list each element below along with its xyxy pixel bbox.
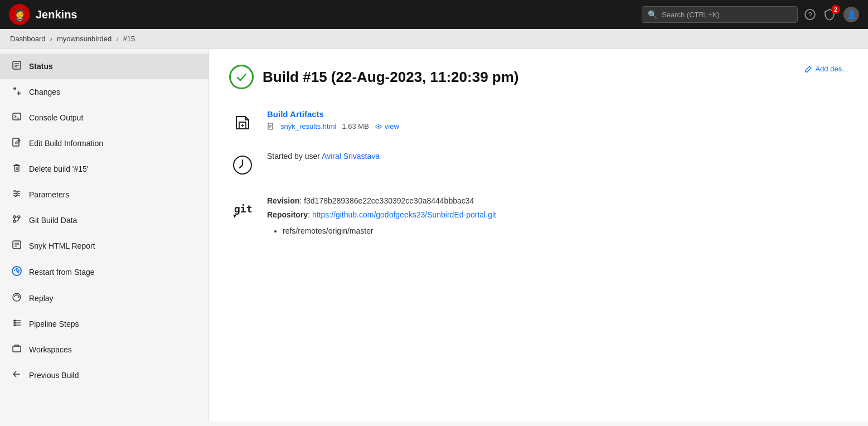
svg-point-20: [13, 220, 16, 222]
sidebar-item-snyk[interactable]: Snyk HTML Report: [0, 233, 208, 259]
sidebar-item-pipeline-steps[interactable]: Pipeline Steps: [0, 311, 208, 337]
restart-icon: [11, 265, 22, 279]
sidebar-item-delete-build[interactable]: Delete build '#15': [0, 156, 208, 182]
add-description-label: Add des...: [815, 65, 848, 73]
edit-icon: [11, 137, 22, 149]
sidebar-item-edit-build[interactable]: Edit Build Information: [0, 130, 208, 156]
sidebar-item-replay[interactable]: Replay: [0, 285, 208, 311]
started-icon: [229, 152, 256, 178]
console-icon: [11, 112, 22, 124]
started-section: Started by user Aviral Srivastava: [229, 152, 848, 178]
sidebar-label-console: Console Output: [29, 113, 83, 122]
svg-point-16: [17, 193, 18, 195]
svg-text:?: ?: [808, 11, 812, 19]
jenkins-logo-icon: 🤵: [9, 4, 30, 25]
changes-icon: [11, 86, 22, 98]
artifacts-section: Build Artifacts snyk_results.html 1.63 M…: [229, 109, 848, 136]
help-icon[interactable]: ?: [804, 9, 816, 20]
ref-list: refs/remotes/origin/master: [283, 224, 848, 238]
sidebar-item-status[interactable]: Status: [0, 54, 208, 79]
workspaces-icon: [11, 343, 22, 356]
svg-rect-9: [14, 166, 19, 171]
repo-link[interactable]: https://github.com/godofgeeks23/SunbirdE…: [312, 210, 496, 219]
sidebar-label-parameters: Parameters: [29, 190, 69, 199]
search-bar[interactable]: 🔍 Search (CTRL+K): [642, 6, 798, 23]
sidebar-label-changes: Changes: [29, 88, 60, 96]
svg-point-15: [14, 191, 16, 192]
artifacts-content: Build Artifacts snyk_results.html 1.63 M…: [267, 109, 848, 130]
sidebar-item-git-build[interactable]: Git Build Data: [0, 207, 208, 233]
sidebar-label-replay: Replay: [29, 294, 54, 303]
parameters-icon: [11, 188, 22, 201]
sidebar-item-parameters[interactable]: Parameters: [0, 182, 208, 207]
artifact-size: 1.63 MB: [342, 122, 368, 130]
sidebar-item-previous-build[interactable]: Previous Build: [0, 362, 208, 388]
delete-icon: [11, 163, 22, 175]
sidebar-item-workspaces[interactable]: Workspaces: [0, 337, 208, 362]
file-icon: [267, 123, 275, 130]
git-section-icon: git: [229, 194, 256, 221]
build-title: Build #15 (22-Aug-2023, 11:20:39 pm): [263, 69, 519, 86]
breadcrumb-project[interactable]: myownsunbirded: [57, 35, 111, 43]
artifact-row: snyk_results.html 1.63 MB view: [267, 122, 848, 130]
sidebar-label-status: Status: [29, 62, 53, 71]
sidebar-label-pipeline: Pipeline Steps: [29, 320, 79, 328]
breadcrumb: Dashboard › myownsunbirded › #15: [0, 29, 868, 49]
breadcrumb-current: #15: [123, 35, 135, 43]
sidebar-label-delete: Delete build '#15': [29, 164, 89, 173]
git-section: git Revision: f3d178b289386e22ce330392ce…: [229, 194, 848, 239]
artifacts-icon: [229, 109, 256, 136]
svg-text:git: git: [234, 203, 253, 215]
breadcrumb-sep-1: ›: [50, 35, 52, 43]
search-placeholder: Search (CTRL+K): [662, 11, 720, 19]
sidebar-label-restart: Restart from Stage: [29, 268, 95, 277]
header-icons: ? 2 👤: [804, 7, 859, 22]
security-alerts-icon[interactable]: 2: [823, 8, 836, 21]
git-content: Revision: f3d178b289386e22ce330392ce30a8…: [267, 194, 848, 239]
breadcrumb-sep-2: ›: [116, 35, 118, 43]
replay-icon: [11, 292, 22, 304]
revision-label: Revision: [267, 196, 299, 205]
artifact-view-link[interactable]: view: [375, 122, 399, 130]
sidebar: Status Changes Console Ou: [0, 49, 209, 422]
svg-rect-35: [13, 346, 21, 352]
sidebar-item-changes[interactable]: Changes: [0, 79, 208, 105]
started-content: Started by user Aviral Srivastava: [267, 152, 848, 161]
app-logo[interactable]: 🤵 Jenkins: [9, 4, 77, 25]
sidebar-label-edit: Edit Build Information: [29, 139, 103, 148]
view-label: view: [385, 122, 399, 130]
sidebar-label-workspaces: Workspaces: [29, 345, 72, 354]
build-header: Build #15 (22-Aug-2023, 11:20:39 pm): [229, 65, 848, 89]
main-content: Add des... Build #15 (22-Aug-2023, 11:20…: [209, 49, 868, 422]
sidebar-item-console-output[interactable]: Console Output: [0, 105, 208, 130]
svg-rect-33: [14, 322, 16, 324]
artifact-file-link[interactable]: snyk_results.html: [280, 122, 336, 130]
svg-point-17: [15, 195, 17, 197]
app-name: Jenkins: [36, 8, 77, 21]
ref-item: refs/remotes/origin/master: [283, 224, 848, 238]
prev-icon: [11, 369, 22, 381]
status-icon: [11, 60, 22, 72]
add-description-link[interactable]: Add des...: [804, 65, 848, 73]
started-prefix: Started by user: [267, 152, 320, 161]
breadcrumb-dashboard[interactable]: Dashboard: [10, 35, 46, 43]
svg-marker-48: [233, 215, 236, 218]
revision-block: Revision: f3d178b289386e22ce330392ce30a8…: [267, 194, 848, 239]
sidebar-label-previous: Previous Build: [29, 371, 79, 380]
started-user-link[interactable]: Aviral Srivastava: [322, 152, 380, 161]
sidebar-label-snyk: Snyk HTML Report: [29, 241, 95, 250]
sidebar-label-git: Git Build Data: [29, 216, 77, 225]
svg-rect-34: [14, 325, 16, 326]
repo-label: Repository: [267, 210, 308, 219]
revision-hash: f3d178b289386e22ce330392ce30a8444bbbac34: [304, 196, 474, 205]
git-icon: [11, 214, 22, 226]
sidebar-item-restart[interactable]: Restart from Stage: [0, 259, 208, 285]
snyk-icon: [11, 240, 22, 252]
started-text: Started by user Aviral Srivastava: [267, 152, 848, 161]
user-avatar[interactable]: 👤: [843, 7, 859, 22]
artifacts-title: Build Artifacts: [267, 109, 848, 119]
svg-rect-32: [14, 320, 16, 322]
pipeline-icon: [11, 318, 22, 330]
svg-point-45: [377, 125, 379, 127]
search-icon: 🔍: [648, 10, 657, 19]
